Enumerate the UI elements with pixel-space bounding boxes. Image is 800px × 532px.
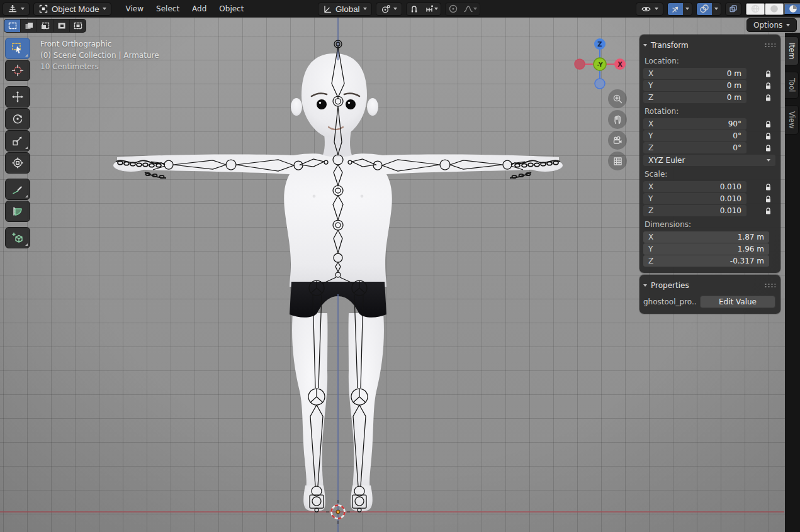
collapse-chevron-icon xyxy=(643,284,647,287)
cursor-3d xyxy=(326,500,350,524)
gizmo-axis-z[interactable]: Z xyxy=(594,38,606,50)
tool-select-box[interactable] xyxy=(5,38,30,59)
shading-wireframe-button[interactable] xyxy=(746,3,765,15)
rotation-z-field[interactable]: Z 0° xyxy=(643,142,746,153)
menu-add[interactable]: Add xyxy=(186,3,212,15)
select-mode-invert-button[interactable] xyxy=(54,19,69,32)
lock-rotation-y-button[interactable] xyxy=(765,132,772,140)
scale-z-field[interactable]: Z 0.010 xyxy=(643,205,746,216)
gizmo-axis-x[interactable]: X xyxy=(614,58,626,70)
chevron-down-icon xyxy=(393,8,397,10)
select-mode-subtract-button[interactable] xyxy=(37,19,53,32)
sidebar-npanel: Transform Location: X 0 m Y 0 m xyxy=(639,35,780,314)
options-dropdown[interactable]: Options xyxy=(746,18,797,32)
gizmo-settings-dropdown[interactable] xyxy=(683,3,692,15)
pivot-point-dropdown[interactable] xyxy=(376,3,402,16)
show-overlays-toggle[interactable] xyxy=(697,3,712,15)
dimensions-y-field[interactable]: Y 1.96 m xyxy=(643,243,769,255)
rotation-y-field[interactable]: Y 0° xyxy=(643,130,746,141)
properties-panel-header[interactable]: Properties xyxy=(643,278,775,293)
tool-measure[interactable] xyxy=(5,201,30,222)
scale-x-field[interactable]: X 0.010 xyxy=(643,181,746,192)
object-visibility-dropdown[interactable] xyxy=(636,3,663,16)
overlays-group xyxy=(696,3,721,16)
grid-icon xyxy=(612,156,623,167)
dimensions-x-field[interactable]: X 1.87 m xyxy=(643,231,769,243)
lock-icon xyxy=(765,207,772,215)
chevron-down-icon xyxy=(434,8,438,10)
location-y-field[interactable]: Y 0 m xyxy=(643,80,746,91)
dimensions-z-field[interactable]: Z -0.317 m xyxy=(643,255,769,267)
lock-scale-y-button[interactable] xyxy=(765,195,772,203)
scale-y-field[interactable]: Y 0.010 xyxy=(643,193,746,204)
scale-icon xyxy=(11,135,24,147)
lock-location-z-button[interactable] xyxy=(765,94,772,102)
camera-view-button[interactable] xyxy=(608,131,627,150)
add-cube-icon xyxy=(11,231,24,244)
select-mode-intersect-button[interactable] xyxy=(70,19,86,32)
shading-material-button[interactable] xyxy=(784,3,800,15)
panel-grip-icon[interactable] xyxy=(764,283,775,288)
proportional-falloff-dropdown[interactable] xyxy=(461,3,480,15)
gizmo-axis-negx[interactable] xyxy=(575,59,585,69)
transform-orientation-dropdown[interactable]: Global xyxy=(318,3,372,16)
tool-transform[interactable] xyxy=(5,152,30,174)
magnet-icon xyxy=(409,4,419,14)
tool-move[interactable] xyxy=(5,86,30,108)
menu-view[interactable]: View xyxy=(120,3,149,15)
rotation-mode-dropdown[interactable]: XYZ Euler xyxy=(643,155,775,166)
tab-view[interactable]: View xyxy=(785,105,799,135)
tab-item[interactable]: Item xyxy=(785,36,799,65)
select-mode-set-button[interactable] xyxy=(4,19,20,32)
lock-rotation-x-button[interactable] xyxy=(765,120,772,128)
blender-window: Front Orthographic (0) Scene Collection … xyxy=(0,0,800,532)
panel-grip-icon[interactable] xyxy=(764,43,775,48)
lock-scale-x-button[interactable] xyxy=(765,183,772,191)
menu-select[interactable]: Select xyxy=(150,3,185,15)
show-gizmo-toggle[interactable] xyxy=(668,3,683,15)
dimensions-label: Dimensions: xyxy=(645,220,775,229)
lock-scale-z-button[interactable] xyxy=(765,207,772,215)
lock-location-x-button[interactable] xyxy=(765,70,772,78)
xray-toggle[interactable] xyxy=(725,3,741,16)
dimensions-z-row: Z -0.317 m xyxy=(643,255,775,267)
snap-toggle[interactable] xyxy=(407,3,422,15)
zoom-button[interactable] xyxy=(608,89,627,108)
eye-icon xyxy=(641,4,651,14)
scale-y-row: Y 0.010 xyxy=(643,193,775,204)
lock-rotation-z-button[interactable] xyxy=(765,144,772,152)
chevron-down-icon xyxy=(786,24,790,26)
overlays-settings-dropdown[interactable] xyxy=(712,3,721,15)
tool-annotate[interactable] xyxy=(5,179,30,200)
tool-rotate[interactable] xyxy=(5,108,30,130)
shading-solid-button[interactable] xyxy=(765,3,784,15)
editor-type-button[interactable] xyxy=(3,3,30,16)
location-x-field[interactable]: X 0 m xyxy=(643,68,746,79)
dimensions-y-row: Y 1.96 m xyxy=(643,243,775,255)
magnifier-plus-icon xyxy=(612,94,623,104)
transform-panel-header[interactable]: Transform xyxy=(643,38,775,53)
navigation-gizmo[interactable]: Z X -Y xyxy=(570,35,630,96)
tool-add-cube[interactable] xyxy=(5,227,30,248)
lock-location-y-button[interactable] xyxy=(765,82,772,90)
location-label: Location: xyxy=(645,57,775,65)
toggle-perspective-button[interactable] xyxy=(608,152,627,170)
menu-object[interactable]: Object xyxy=(213,3,249,15)
orientation-axes-icon xyxy=(323,4,332,14)
rotation-x-field[interactable]: X 90° xyxy=(643,118,746,130)
location-z-field[interactable]: Z 0 m xyxy=(643,92,746,103)
tool-cursor[interactable] xyxy=(5,60,30,81)
gizmo-axis-negz[interactable] xyxy=(595,79,605,89)
tab-tool[interactable]: Tool xyxy=(785,72,799,98)
select-mode-extend-button[interactable] xyxy=(21,19,37,32)
chevron-down-icon xyxy=(21,8,25,10)
svg-text:-Y: -Y xyxy=(597,62,603,68)
gizmo-axis-negy[interactable]: -Y xyxy=(594,58,606,70)
mode-selector-dropdown[interactable]: Object Mode xyxy=(33,3,111,16)
edit-value-button[interactable]: Edit Value xyxy=(700,296,775,308)
snap-settings-dropdown[interactable] xyxy=(422,3,441,15)
pan-button[interactable] xyxy=(608,110,627,129)
proportional-editing-toggle[interactable] xyxy=(446,3,461,15)
viewport-3d[interactable]: Front Orthographic (0) Scene Collection … xyxy=(0,0,800,532)
tool-scale[interactable] xyxy=(5,130,30,152)
